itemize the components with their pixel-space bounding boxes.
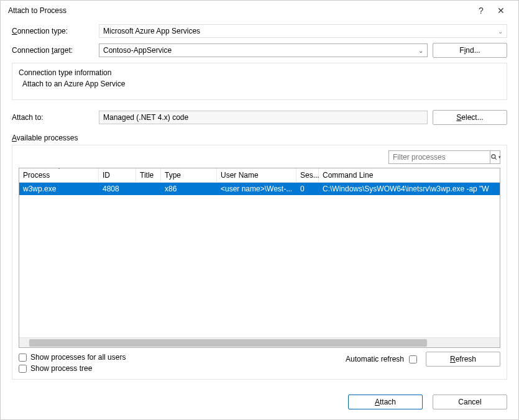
cell-type: x86: [161, 183, 217, 194]
process-table: ˄Process ID Title Type User Name Ses... …: [19, 168, 500, 348]
connection-target-combo[interactable]: Contoso-AppService ⌄: [99, 43, 428, 57]
chevron-down-icon: ▾: [498, 155, 501, 160]
find-button[interactable]: Find...: [433, 43, 507, 58]
attach-to-field: Managed (.NET 4.x) code: [99, 111, 428, 124]
bottom-options: Show processes for all users Show proces…: [19, 348, 500, 373]
dialog-content: Connection type: Microsoft Azure App Ser…: [1, 21, 518, 387]
connection-info-title: Connection type information: [19, 68, 500, 77]
column-session[interactable]: Ses...: [296, 168, 319, 182]
connection-target-row: Connection target: Contoso-AppService ⌄ …: [12, 43, 507, 58]
column-process[interactable]: ˄Process: [19, 168, 99, 182]
chevron-down-icon: ⌄: [498, 28, 503, 35]
column-type[interactable]: Type: [161, 168, 217, 182]
select-button[interactable]: Select...: [433, 110, 507, 125]
connection-type-value: Microsoft Azure App Services: [103, 27, 200, 35]
cell-cmd: C:\Windows\SysWOW64\inetsrv\w3wp.exe -ap…: [319, 183, 500, 194]
help-button[interactable]: ?: [471, 6, 491, 16]
filter-search-button[interactable]: ▾: [490, 151, 501, 163]
horizontal-scrollbar[interactable]: [19, 337, 500, 347]
connection-type-row: Connection type: Microsoft Azure App Ser…: [12, 24, 507, 38]
refresh-button[interactable]: Refresh: [426, 352, 500, 367]
connection-type-label: Connection type:: [12, 27, 99, 35]
automatic-refresh-label: Automatic refresh: [346, 355, 404, 363]
show-all-users-input[interactable]: [19, 354, 27, 362]
connection-info-box: Connection type information Attach to an…: [12, 63, 507, 100]
cell-process: w3wp.exe: [19, 183, 99, 194]
svg-point-0: [492, 155, 495, 158]
attach-button[interactable]: Attach: [348, 395, 423, 409]
available-processes-label: Available processes: [12, 134, 507, 142]
column-command-line[interactable]: Command Line: [319, 168, 500, 182]
dialog-footer: Attach Cancel: [1, 387, 518, 419]
cell-session: 0: [296, 183, 319, 194]
connection-info-sub: Attach to an Azure App Service: [19, 80, 500, 88]
close-button[interactable]: ✕: [491, 6, 511, 16]
show-all-users-checkbox[interactable]: Show processes for all users: [19, 353, 346, 362]
filter-input[interactable]: [389, 153, 490, 162]
cell-user: <user name>\West-...: [217, 183, 296, 194]
sort-asc-icon: ˄: [58, 168, 60, 173]
search-icon: [490, 153, 498, 161]
table-header: ˄Process ID Title Type User Name Ses... …: [19, 168, 500, 183]
connection-target-value: Contoso-AppService: [103, 46, 172, 55]
attach-to-row: Attach to: Managed (.NET 4.x) code Selec…: [12, 110, 507, 125]
available-processes-group: ▾ ˄Process ID Title Type User Name Ses..…: [12, 145, 507, 380]
cancel-button[interactable]: Cancel: [433, 395, 507, 409]
dialog-title: Attach to Process: [8, 6, 471, 15]
attach-to-label: Attach to:: [12, 113, 99, 122]
column-id[interactable]: ID: [99, 168, 136, 182]
show-process-tree-checkbox[interactable]: Show process tree: [19, 364, 346, 373]
table-row[interactable]: w3wp.exe 4808 x86 <user name>\West-... 0…: [19, 183, 500, 195]
connection-target-label: Connection target:: [12, 46, 99, 55]
column-user-name[interactable]: User Name: [217, 168, 296, 182]
connection-type-combo[interactable]: Microsoft Azure App Services ⌄: [99, 24, 507, 38]
column-title[interactable]: Title: [136, 168, 161, 182]
chevron-down-icon: ⌄: [418, 47, 423, 54]
automatic-refresh-checkbox[interactable]: [409, 355, 417, 363]
cell-title: [136, 188, 161, 190]
titlebar: Attach to Process ? ✕: [1, 1, 518, 21]
table-empty-area: [19, 195, 500, 337]
show-process-tree-input[interactable]: [19, 365, 27, 373]
svg-line-1: [495, 158, 497, 160]
cell-id: 4808: [99, 183, 136, 194]
attach-to-value: Managed (.NET 4.x) code: [103, 113, 188, 122]
filter-box: ▾: [388, 150, 500, 164]
scrollbar-thumb[interactable]: [29, 339, 427, 347]
filter-row: ▾: [19, 150, 500, 164]
